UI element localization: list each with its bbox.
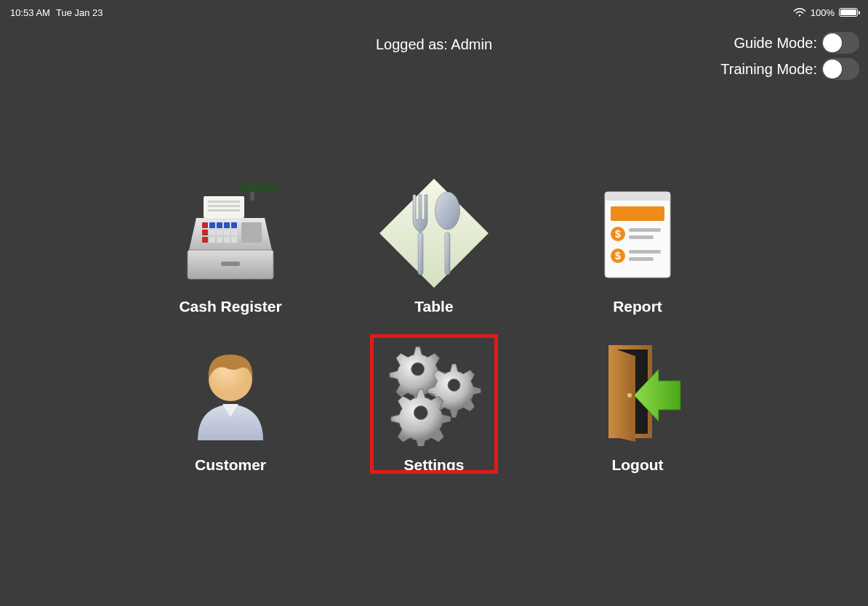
svg-point-41 [414, 406, 427, 420]
status-time: 10:53 AM [10, 7, 50, 18]
menu-item-report[interactable]: $ $ Report [536, 163, 739, 315]
status-date: Tue Jan 23 [56, 7, 103, 18]
svg-rect-9 [224, 222, 230, 228]
menu-item-logout[interactable]: Logout [536, 321, 739, 474]
settings-icon [372, 330, 496, 453]
cash-register-icon [169, 171, 292, 295]
svg-rect-8 [217, 222, 222, 228]
battery-percent: 100% [811, 7, 835, 18]
svg-rect-37 [629, 257, 654, 261]
svg-rect-29 [611, 206, 664, 221]
menu-label: Customer [195, 456, 266, 474]
menu-label: Table [414, 298, 453, 315]
menu-label: Report [613, 298, 662, 315]
wifi-icon [793, 8, 806, 17]
svg-rect-23 [221, 262, 240, 266]
svg-rect-34 [629, 228, 661, 232]
svg-rect-35 [629, 235, 654, 239]
svg-point-39 [411, 363, 425, 376]
svg-rect-3 [208, 201, 240, 203]
training-mode-label: Training Mode: [720, 61, 817, 78]
svg-rect-21 [241, 222, 262, 243]
svg-rect-24 [379, 179, 489, 288]
svg-rect-14 [224, 230, 230, 235]
report-icon: $ $ [576, 171, 699, 295]
customer-icon [169, 330, 292, 453]
svg-rect-16 [202, 237, 208, 243]
svg-rect-25 [418, 233, 423, 275]
menu-item-customer[interactable]: Customer [129, 321, 332, 474]
svg-rect-11 [202, 230, 208, 235]
svg-rect-4 [208, 205, 240, 207]
guide-mode-toggle[interactable] [821, 32, 859, 54]
svg-rect-19 [224, 237, 230, 243]
svg-rect-1 [250, 192, 254, 201]
main-menu-grid: Cash Register [0, 163, 868, 474]
battery-icon [839, 8, 858, 17]
table-icon [372, 171, 496, 295]
svg-point-27 [435, 192, 460, 230]
svg-rect-5 [208, 209, 240, 211]
menu-item-cash-register[interactable]: Cash Register [129, 163, 332, 315]
svg-rect-36 [629, 250, 661, 254]
menu-label: Settings [404, 456, 465, 474]
svg-rect-15 [231, 230, 237, 235]
svg-rect-13 [217, 230, 222, 235]
svg-rect-6 [202, 222, 208, 228]
guide-mode-label: Guide Mode: [734, 35, 817, 52]
svg-rect-10 [231, 222, 237, 228]
logout-icon [576, 330, 699, 453]
svg-rect-18 [217, 237, 222, 243]
menu-item-settings[interactable]: Settings [332, 321, 536, 474]
status-bar: 10:53 AM Tue Jan 23 100% [0, 0, 868, 20]
svg-rect-7 [209, 222, 215, 228]
svg-rect-26 [445, 233, 450, 275]
svg-point-43 [627, 393, 632, 397]
svg-text:$: $ [615, 250, 621, 262]
svg-rect-17 [209, 237, 215, 243]
menu-label: Cash Register [179, 298, 281, 315]
svg-rect-0 [240, 183, 276, 192]
menu-label: Logout [611, 456, 663, 474]
menu-item-table[interactable]: Table [332, 163, 536, 315]
svg-rect-20 [231, 237, 237, 243]
home-indicator [318, 598, 550, 602]
svg-text:$: $ [615, 228, 621, 240]
svg-rect-12 [209, 230, 215, 235]
training-mode-toggle[interactable] [821, 58, 859, 80]
svg-point-40 [448, 379, 460, 392]
logged-as-text: Logged as: Admin [376, 36, 492, 53]
